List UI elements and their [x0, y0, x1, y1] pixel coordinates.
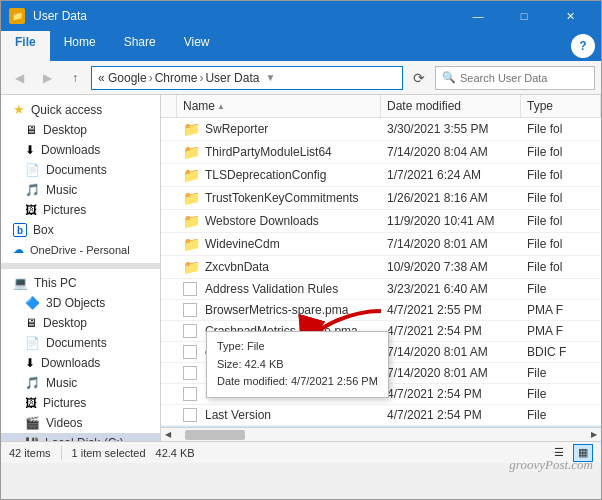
music2-icon: 🎵 — [25, 376, 40, 390]
forward-button[interactable]: ▶ — [35, 66, 59, 90]
col-type-label: Type — [527, 99, 553, 113]
col-header-date[interactable]: Date modified — [381, 95, 521, 117]
file-date-cell: 7/14/2020 8:04 AM — [381, 142, 521, 162]
h-scroll-track[interactable] — [175, 428, 587, 442]
table-row[interactable]: Last Version 4/7/2021 2:54 PM File — [161, 405, 601, 426]
up-button[interactable]: ↑ — [63, 66, 87, 90]
file-type-cell: File fol — [521, 234, 601, 254]
table-row[interactable]: BrowserMetrics-spare.pma 4/7/2021 2:55 P… — [161, 300, 601, 321]
address-path[interactable]: « Google › Chrome › User Data ▼ — [91, 66, 403, 90]
h-scroll-thumb[interactable] — [185, 430, 245, 440]
pictures-icon: 🖼 — [25, 203, 37, 217]
breadcrumb-chrome[interactable]: Chrome — [155, 71, 198, 85]
sidebar-item-pictures[interactable]: 🖼 Pictures — [1, 200, 160, 220]
sidebar-item-music[interactable]: 🎵 Music — [1, 180, 160, 200]
table-row[interactable]: 📁 SwReporter 3/30/2021 3:55 PM File fol — [161, 118, 601, 141]
minimize-button[interactable]: — — [455, 1, 501, 31]
sidebar-quickaccess-label: Quick access — [31, 103, 102, 117]
path-sep-1: › — [149, 71, 153, 85]
file-name-cell: 📁 Webstore Downloads — [177, 210, 381, 232]
file-name-cell: 📁 ZxcvbnData — [177, 256, 381, 278]
folder-icon: 📁 — [183, 236, 199, 252]
back-button[interactable]: ◀ — [7, 66, 31, 90]
sidebar-videos-label: Videos — [46, 416, 82, 430]
file-name: ThirdPartyModuleList64 — [205, 145, 332, 159]
file-type-cell: File fol — [521, 165, 601, 185]
documents-icon: 📄 — [25, 163, 40, 177]
file-tooltip: Type: File Size: 42.4 KB Date modified: … — [206, 331, 389, 398]
file-name: SwReporter — [205, 122, 268, 136]
path-dropdown-arrow[interactable]: ▼ — [265, 72, 275, 83]
sidebar-item-thispc[interactable]: 💻 This PC — [1, 273, 160, 293]
h-scroll-left[interactable]: ◀ — [161, 428, 175, 442]
file-type-cell: File fol — [521, 211, 601, 231]
sidebar-item-quick-access[interactable]: ★ Quick access — [1, 99, 160, 120]
table-row[interactable]: 📁 ZxcvbnData 10/9/2020 7:38 AM File fol — [161, 256, 601, 279]
status-separator — [61, 446, 62, 460]
folder-icon: 📁 — [183, 167, 199, 183]
file-name: Webstore Downloads — [205, 214, 319, 228]
window-controls[interactable]: — □ ✕ — [455, 1, 593, 31]
file-date-cell: 7/14/2020 8:01 AM — [381, 363, 521, 383]
sidebar-item-pictures2[interactable]: 🖼 Pictures — [1, 393, 160, 413]
sidebar-item-documents[interactable]: 📄 Documents — [1, 160, 160, 180]
refresh-button[interactable]: ⟳ — [407, 66, 431, 90]
sidebar-3dobjects-label: 3D Objects — [46, 296, 105, 310]
documents2-icon: 📄 — [25, 336, 40, 350]
file-name-cell: 📁 SwReporter — [177, 118, 381, 140]
file-type-cell: File fol — [521, 119, 601, 139]
tab-share[interactable]: Share — [110, 31, 170, 61]
breadcrumb-google[interactable]: « Google — [98, 71, 147, 85]
file-date-cell: 10/9/2020 7:38 AM — [381, 257, 521, 277]
sidebar-item-desktop[interactable]: 🖥 Desktop — [1, 120, 160, 140]
file-date-cell: 11/9/2020 10:41 AM — [381, 211, 521, 231]
table-row[interactable]: 📁 TLSDeprecationConfig 1/7/2021 6:24 AM … — [161, 164, 601, 187]
file-name-cell: Address Validation Rules — [177, 279, 381, 299]
close-button[interactable]: ✕ — [547, 1, 593, 31]
sidebar-music-label: Music — [46, 183, 77, 197]
sidebar-item-documents2[interactable]: 📄 Documents — [1, 333, 160, 353]
file-date-cell: 1/26/2021 8:16 AM — [381, 188, 521, 208]
tooltip-size: Size: 42.4 KB — [217, 356, 378, 374]
search-input[interactable] — [460, 72, 588, 84]
help-button[interactable]: ? — [571, 34, 595, 58]
maximize-button[interactable]: □ — [501, 1, 547, 31]
onedrive-icon: ☁ — [13, 243, 24, 256]
sidebar-item-downloads2[interactable]: ⬇ Downloads — [1, 353, 160, 373]
table-row[interactable]: 📁 Webstore Downloads 11/9/2020 10:41 AM … — [161, 210, 601, 233]
h-scroll-right[interactable]: ▶ — [587, 428, 601, 442]
sidebar-item-videos[interactable]: 🎬 Videos — [1, 413, 160, 433]
h-scroll[interactable]: ◀ ▶ — [161, 427, 601, 441]
file-type-cell: BDIC F — [521, 342, 601, 362]
file-type-cell: File — [521, 279, 601, 299]
quick-access-icon: ★ — [13, 102, 25, 117]
table-row[interactable]: Address Validation Rules 3/23/2021 6:40 … — [161, 279, 601, 300]
tab-file[interactable]: File — [1, 31, 50, 61]
file-type-cell: File — [521, 405, 601, 425]
file-date-cell: 7/14/2020 8:01 AM — [381, 234, 521, 254]
breadcrumb-userdata[interactable]: User Data — [205, 71, 259, 85]
sidebar-item-downloads[interactable]: ⬇ Downloads — [1, 140, 160, 160]
sidebar-item-3dobjects[interactable]: 🔷 3D Objects — [1, 293, 160, 313]
sidebar-divider-thispc — [1, 263, 160, 269]
sidebar-downloads2-label: Downloads — [41, 356, 100, 370]
tab-view[interactable]: View — [170, 31, 224, 61]
table-row[interactable]: 📁 ThirdPartyModuleList64 7/14/2020 8:04 … — [161, 141, 601, 164]
tab-home[interactable]: Home — [50, 31, 110, 61]
sidebar: ★ Quick access 🖥 Desktop ⬇ Downloads 📄 D… — [1, 95, 161, 441]
file-date-cell: 4/7/2021 2:55 PM — [381, 300, 521, 320]
table-row[interactable]: 📁 TrustTokenKeyCommitments 1/26/2021 8:1… — [161, 187, 601, 210]
sidebar-item-localc[interactable]: 💾 Local Disk (C:) — [1, 433, 160, 441]
sidebar-item-music2[interactable]: 🎵 Music — [1, 373, 160, 393]
col-header-name[interactable]: Name ▲ — [177, 95, 381, 117]
sidebar-item-box[interactable]: b Box — [1, 220, 160, 240]
file-icon — [183, 282, 197, 296]
table-row[interactable]: 📁 WidevineCdm 7/14/2020 8:01 AM File fol — [161, 233, 601, 256]
sidebar-item-onedrive[interactable]: ☁ OneDrive - Personal — [1, 240, 160, 259]
selected-count: 1 item selected — [72, 447, 146, 459]
sidebar-item-desktop2[interactable]: 🖥 Desktop — [1, 313, 160, 333]
col-header-type[interactable]: Type — [521, 95, 601, 117]
file-name: ZxcvbnData — [205, 260, 269, 274]
title-bar: 📁 User Data — □ ✕ — [1, 1, 601, 31]
sidebar-pictures-label: Pictures — [43, 203, 86, 217]
